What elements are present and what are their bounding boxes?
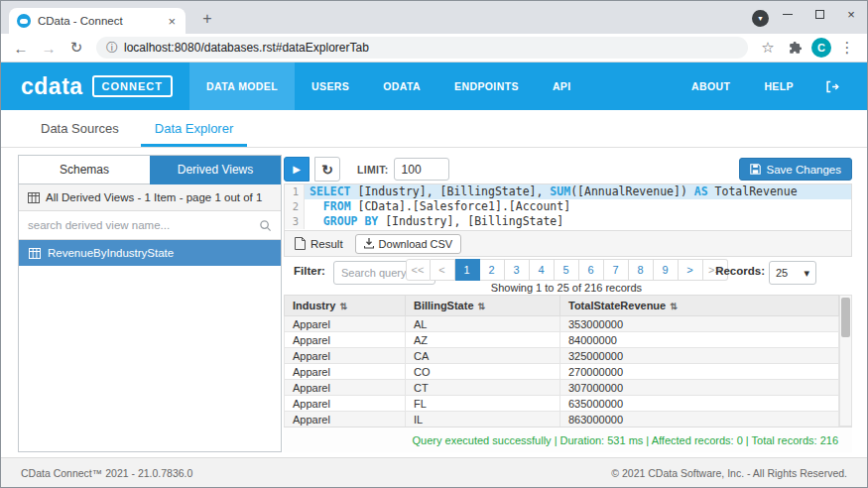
play-icon: ▶: [293, 164, 301, 175]
extensions-puzzle-icon[interactable]: [784, 36, 807, 60]
results-table-wrap: Industry⇅ BillingState⇅ TotalStateRevenu…: [284, 295, 852, 427]
sidebar-panel: Schemas Derived Views All Derived Views …: [18, 155, 282, 452]
bookmark-star-icon[interactable]: ☆: [756, 36, 780, 60]
header-industry[interactable]: Industry⇅: [285, 296, 406, 316]
footer-copyright: © 2021 CData Software, Inc. - All Rights…: [611, 467, 847, 479]
save-icon: [750, 164, 761, 175]
window-controls: ×: [772, 1, 867, 27]
tab-data-explorer[interactable]: Data Explorer: [155, 121, 233, 147]
browser-tab-strip: CData - Connect × + ▼ ×: [1, 1, 867, 34]
tab-close-icon[interactable]: ×: [166, 14, 178, 29]
document-icon: [295, 237, 306, 250]
table-row[interactable]: ApparelIL863000000: [285, 412, 839, 427]
table-row[interactable]: ApparelFL635000000: [285, 396, 839, 412]
nav-data-model[interactable]: DATA MODEL: [189, 62, 295, 110]
records-per-page-select[interactable]: 25 ▾: [769, 261, 816, 285]
run-query-button[interactable]: ▶: [284, 157, 310, 182]
save-button-label: Save Changes: [767, 164, 841, 176]
page-next-button[interactable]: >: [679, 259, 703, 281]
page-1-button[interactable]: 1: [455, 259, 480, 281]
header-billing-state[interactable]: BillingState⇅: [406, 296, 560, 316]
nav-users[interactable]: USERS: [295, 62, 366, 110]
table-row[interactable]: ApparelCT307000000: [285, 380, 839, 396]
sort-icon: ⇅: [478, 302, 486, 311]
page-8-button[interactable]: 8: [629, 259, 654, 281]
table-row[interactable]: ApparelAZ84000000: [285, 332, 839, 348]
line-number: 1: [285, 184, 305, 199]
sort-icon: ⇅: [339, 302, 347, 311]
page-9-button[interactable]: 9: [654, 259, 679, 281]
profile-avatar[interactable]: C: [811, 38, 831, 58]
search-icon: [259, 219, 272, 232]
page-4-button[interactable]: 4: [530, 259, 555, 281]
grid-icon: [29, 248, 41, 259]
line-number: 3: [285, 214, 305, 229]
nav-right: ABOUT HELP: [675, 62, 867, 110]
limit-input[interactable]: [394, 158, 449, 181]
cdata-logo[interactable]: cdata CONNECT: [1, 62, 189, 110]
query-toolbar: ▶ ↻ LIMIT: Save Changes: [284, 155, 852, 183]
page-6-button[interactable]: 6: [579, 259, 604, 281]
table-row[interactable]: ApparelAL353000000: [285, 316, 839, 332]
sql-editor[interactable]: 1 SELECT [Industry], [BillingState], SUM…: [284, 183, 852, 231]
result-tab[interactable]: Result: [295, 237, 343, 250]
tab-schemas[interactable]: Schemas: [19, 156, 150, 184]
sort-icon: ⇅: [670, 302, 678, 311]
page-first-button[interactable]: <<: [406, 259, 431, 281]
sidebar-tabs: Schemas Derived Views: [19, 156, 281, 184]
filter-label: Filter:: [294, 265, 325, 277]
download-csv-button[interactable]: Download CSV: [355, 234, 462, 254]
limit-label: LIMIT:: [357, 164, 389, 176]
sql-line-3: 3 GROUP BY [Industry], [BillingState]: [285, 214, 851, 229]
nav-about[interactable]: ABOUT: [675, 62, 747, 110]
header-total-state-revenue[interactable]: TotalStateRevenue⇅: [560, 296, 839, 316]
reload-icon[interactable]: ↻: [64, 36, 88, 60]
nav-endpoints[interactable]: ENDPOINTS: [437, 62, 536, 110]
page-tabs: Data Sources Data Explorer: [1, 110, 867, 148]
browser-tab-title: CData - Connect: [38, 15, 159, 27]
page-5-button[interactable]: 5: [555, 259, 579, 281]
favicon-icon: [17, 14, 31, 28]
maximize-button[interactable]: [804, 1, 835, 27]
content-area: Schemas Derived Views All Derived Views …: [1, 148, 867, 457]
list-item-revenue-by-industry-state[interactable]: RevenueByIndustryState: [19, 240, 281, 266]
page-3-button[interactable]: 3: [505, 259, 530, 281]
logout-icon[interactable]: [810, 62, 853, 110]
refresh-query-button[interactable]: ↻: [314, 157, 340, 182]
site-info-icon[interactable]: ⓘ: [106, 40, 118, 57]
page-prev-button[interactable]: <: [431, 259, 455, 281]
app-footer: CData Connect™ 2021 - 21.0.7836.0 © 2021…: [1, 457, 867, 487]
close-button[interactable]: ×: [835, 1, 867, 27]
result-bar: Result Download CSV: [284, 231, 852, 257]
browser-tab[interactable]: CData - Connect ×: [9, 8, 186, 34]
save-changes-button[interactable]: Save Changes: [739, 158, 852, 181]
query-panel: ▶ ↻ LIMIT: Save Changes 1 SELECT [Indust…: [284, 155, 852, 452]
records-label: Records:: [715, 265, 765, 277]
table-row[interactable]: ApparelCA325000000: [285, 348, 839, 364]
address-bar[interactable]: ⓘ localhost:8080/databases.rst#dataExplo…: [96, 37, 748, 59]
page-7-button[interactable]: 7: [604, 259, 629, 281]
table-header-row: Industry⇅ BillingState⇅ TotalStateRevenu…: [285, 296, 839, 316]
forward-icon[interactable]: →: [37, 36, 61, 60]
new-tab-button[interactable]: +: [195, 7, 219, 31]
page-2-button[interactable]: 2: [480, 259, 505, 281]
query-status-text: Query executed successfully | Duration: …: [413, 434, 838, 446]
search-input[interactable]: [28, 219, 259, 231]
summary-text: All Derived Views - 1 Item - page 1 out …: [46, 191, 262, 203]
grid-icon: [28, 192, 40, 203]
back-icon[interactable]: ←: [9, 36, 33, 60]
media-controls-icon[interactable]: ▼: [752, 10, 769, 27]
nav-odata[interactable]: ODATA: [366, 62, 437, 110]
download-icon: [364, 238, 374, 249]
scrollbar-thumb[interactable]: [841, 298, 850, 337]
nav-help[interactable]: HELP: [747, 62, 810, 110]
nav-api[interactable]: API: [536, 62, 588, 110]
browser-menu-icon[interactable]: ⋮: [835, 36, 859, 60]
table-scrollbar[interactable]: [839, 295, 852, 427]
tab-derived-views[interactable]: Derived Views: [150, 156, 281, 184]
minimize-button[interactable]: [772, 1, 804, 27]
table-row[interactable]: ApparelCO270000000: [285, 364, 839, 380]
derived-views-summary: All Derived Views - 1 Item - page 1 out …: [19, 184, 281, 211]
logo-text: cdata: [21, 73, 83, 100]
tab-data-sources[interactable]: Data Sources: [41, 121, 119, 147]
